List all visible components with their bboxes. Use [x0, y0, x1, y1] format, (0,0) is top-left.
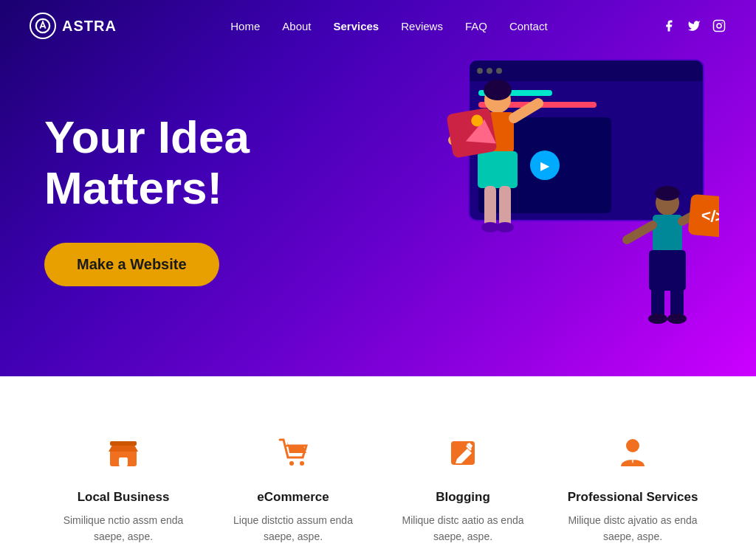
nav-contact[interactable]: Contact [509, 20, 548, 32]
cta-button[interactable]: Make a Website [44, 243, 219, 286]
svg-line-20 [627, 225, 653, 240]
svg-point-33 [300, 461, 304, 466]
facebook-icon[interactable] [662, 18, 676, 33]
instagram-icon[interactable] [712, 18, 726, 33]
ecommerce-title: eCommerce [223, 490, 363, 505]
twitter-icon[interactable] [687, 18, 701, 33]
nav-faq[interactable]: FAQ [465, 20, 487, 32]
service-card-blogging: Blogging Milique distc aatio as enda sae… [382, 421, 544, 546]
professional-services-icon [563, 435, 703, 478]
svg-point-18 [655, 186, 680, 201]
nav-about[interactable]: About [282, 20, 311, 32]
hero-illustration: ▶ [424, 37, 734, 347]
local-business-title: Local Business [53, 490, 193, 505]
svg-point-13 [496, 222, 514, 232]
svg-rect-31 [110, 441, 137, 446]
svg-point-5 [484, 80, 512, 100]
hero-title: Your Idea Matters! [44, 112, 250, 212]
svg-rect-22 [649, 250, 686, 291]
svg-text:</>: </> [701, 206, 719, 227]
svg-rect-10 [484, 186, 496, 227]
svg-rect-24 [670, 288, 684, 317]
svg-rect-1 [714, 21, 725, 32]
woman-figure [431, 52, 564, 288]
svg-point-3 [721, 22, 723, 24]
service-card-ecommerce: eCommerce Lique distctio assum enda saep… [212, 421, 374, 546]
main-nav: Home About Services Reviews FAQ Contact [230, 20, 547, 32]
svg-line-8 [514, 103, 538, 118]
hero-section: Your Idea Matters! Make a Website ▶ [0, 0, 756, 376]
header: ASTRA Home About Services Reviews FAQ Co… [0, 0, 756, 52]
svg-rect-11 [499, 186, 511, 227]
man-figure: </> [616, 177, 719, 339]
ecommerce-desc: Lique distctio assum enda saepe, aspe. [223, 512, 363, 545]
blogging-title: Blogging [393, 490, 533, 505]
logo[interactable]: ASTRA [30, 13, 117, 39]
svg-point-25 [648, 314, 667, 324]
nav-services[interactable]: Services [333, 20, 379, 32]
svg-rect-23 [651, 288, 664, 317]
service-card-local-business: Local Business Similique nctio assm enda… [42, 421, 205, 546]
hero-content: Your Idea Matters! Make a Website [44, 112, 250, 286]
service-card-professional: Professional Services Milique distc ajva… [551, 421, 714, 546]
ecommerce-icon [223, 435, 363, 478]
nav-home[interactable]: Home [230, 20, 260, 32]
blogging-icon [393, 435, 533, 478]
social-icons [662, 18, 726, 33]
local-business-desc: Similique nctio assm enda saepe, aspe. [53, 512, 193, 545]
svg-rect-9 [478, 151, 518, 188]
svg-rect-30 [119, 457, 128, 466]
logo-text: ASTRA [62, 18, 117, 35]
svg-point-32 [289, 461, 294, 466]
svg-point-2 [717, 24, 721, 28]
blogging-desc: Milique distc aatio as enda saepe, aspe. [393, 512, 533, 545]
nav-reviews[interactable]: Reviews [401, 20, 443, 32]
local-business-icon [53, 435, 193, 478]
professional-desc: Milique distc ajvatio as enda saepe, asp… [563, 512, 703, 545]
professional-title: Professional Services [563, 490, 703, 505]
services-section: Local Business Similique nctio assm enda… [0, 376, 756, 546]
svg-point-37 [626, 439, 639, 452]
logo-icon [30, 13, 56, 39]
svg-rect-19 [653, 215, 682, 252]
svg-point-26 [667, 314, 687, 324]
